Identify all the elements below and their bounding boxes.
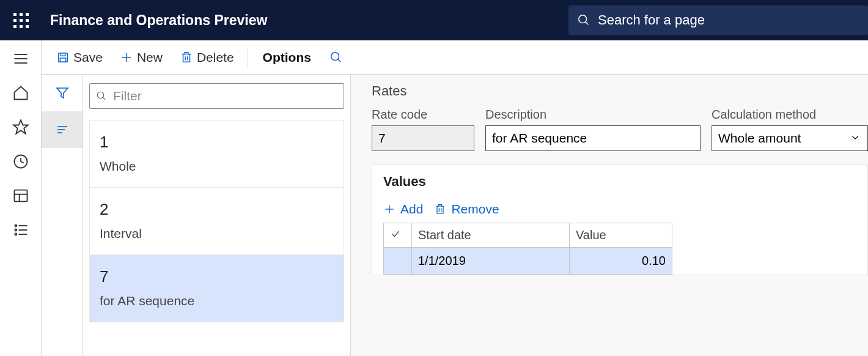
calc-method-label: Calculation method — [712, 108, 868, 122]
home-icon[interactable] — [12, 84, 29, 102]
select-all-header[interactable] — [384, 223, 412, 248]
svg-point-14 — [15, 233, 17, 235]
values-panel: Values Add Remove — [372, 165, 868, 275]
search-icon — [96, 91, 107, 102]
list-item-desc: for AR sequence — [100, 294, 334, 308]
calc-method-select[interactable] — [712, 125, 868, 151]
add-button[interactable]: Add — [383, 202, 423, 217]
delete-label: Delete — [197, 50, 234, 65]
filter-funnel-button[interactable] — [42, 75, 83, 111]
svg-rect-7 — [14, 190, 27, 202]
list-item[interactable]: 1 Whole — [90, 121, 344, 188]
svg-line-1 — [586, 22, 589, 25]
workspaces-icon[interactable] — [12, 187, 29, 204]
svg-point-23 — [331, 52, 339, 60]
modules-icon[interactable] — [12, 221, 29, 239]
filter-sort-button[interactable] — [42, 111, 83, 148]
svg-marker-25 — [57, 88, 68, 98]
svg-rect-18 — [60, 57, 65, 61]
toolbar-divider — [248, 47, 248, 68]
remove-button[interactable]: Remove — [434, 202, 499, 217]
app-launcher-icon[interactable] — [0, 13, 42, 28]
filter-column — [42, 75, 83, 356]
save-icon — [56, 51, 70, 64]
section-title-rates: Rates — [372, 83, 868, 99]
list-item[interactable]: 2 Interval — [90, 188, 344, 255]
svg-point-29 — [97, 92, 104, 98]
list-panel: 1 Whole 2 Interval 7 for AR sequence — [83, 75, 351, 356]
list-item-code: 1 — [100, 133, 334, 152]
search-icon — [329, 51, 343, 64]
new-button[interactable]: New — [114, 48, 169, 67]
rate-code-input[interactable] — [372, 125, 474, 151]
global-search[interactable] — [568, 6, 868, 35]
svg-rect-17 — [61, 53, 65, 56]
rate-code-label: Rate code — [372, 108, 474, 122]
recent-icon[interactable] — [12, 153, 29, 170]
svg-line-30 — [103, 97, 105, 100]
save-label: Save — [73, 50, 103, 65]
list-item-code: 2 — [100, 200, 334, 219]
svg-line-24 — [338, 59, 341, 62]
global-search-input[interactable] — [598, 12, 855, 28]
start-date-header[interactable]: Start date — [412, 223, 570, 248]
svg-marker-5 — [13, 120, 28, 133]
search-icon — [577, 13, 590, 27]
list-item[interactable]: 7 for AR sequence — [90, 255, 344, 322]
top-header: Finance and Operations Preview — [0, 0, 868, 40]
list-filter-input[interactable] — [113, 89, 337, 103]
add-label: Add — [400, 202, 423, 217]
detail-panel: Rates Rate code Description Calculation … — [351, 75, 868, 356]
trash-icon — [434, 203, 446, 215]
delete-button[interactable]: Delete — [174, 48, 240, 67]
value-header[interactable]: Value — [570, 223, 672, 248]
start-date-cell[interactable]: 1/1/2019 — [412, 248, 570, 275]
plus-icon — [120, 51, 133, 64]
list-item-desc: Interval — [100, 226, 334, 241]
list-item-desc: Whole — [100, 159, 334, 174]
trash-icon — [180, 51, 193, 64]
sort-lines-icon — [55, 122, 70, 137]
remove-label: Remove — [451, 202, 499, 217]
left-nav-rail — [0, 40, 42, 356]
list-items: 1 Whole 2 Interval 7 for AR sequence — [89, 120, 344, 322]
svg-point-10 — [15, 224, 17, 226]
plus-icon — [383, 203, 395, 215]
description-input[interactable] — [485, 125, 701, 151]
funnel-icon — [55, 86, 70, 100]
new-label: New — [137, 50, 163, 65]
app-title: Finance and Operations Preview — [50, 12, 267, 29]
options-button[interactable]: Options — [256, 50, 318, 65]
action-toolbar: Save New Delete Options — [42, 40, 868, 75]
favorites-icon[interactable] — [12, 119, 29, 136]
toolbar-search-button[interactable] — [323, 48, 349, 67]
value-cell[interactable]: 0.10 — [570, 248, 672, 275]
list-item-code: 7 — [100, 267, 334, 286]
values-grid: Start date Value 1/1/2019 0.10 — [383, 223, 672, 275]
svg-point-0 — [579, 15, 587, 23]
options-label: Options — [263, 50, 311, 65]
hamburger-icon[interactable] — [12, 50, 29, 67]
row-select-cell[interactable] — [384, 248, 412, 275]
save-button[interactable]: Save — [50, 48, 109, 67]
values-title: Values — [372, 165, 867, 198]
list-filter-input-wrap[interactable] — [89, 83, 344, 109]
check-icon — [390, 228, 401, 239]
svg-point-12 — [15, 229, 17, 231]
table-row[interactable]: 1/1/2019 0.10 — [384, 248, 672, 275]
description-label: Description — [485, 108, 701, 122]
